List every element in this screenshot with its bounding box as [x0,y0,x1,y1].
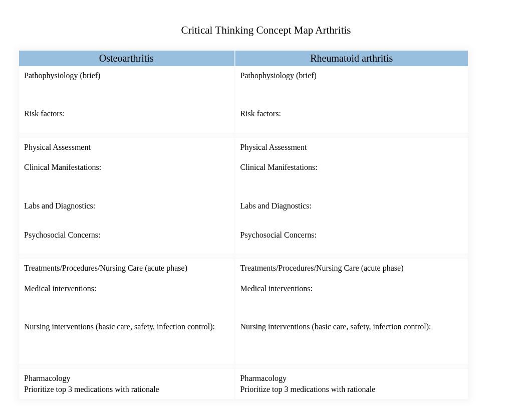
rheum-assessment-cell: Physical Assessment Clinical Manifestati… [234,138,468,254]
pharmacology-heading: Pharmacology [240,373,463,384]
medical-interventions-label: Medical interventions: [240,283,463,294]
treatments-heading: Treatments/Procedures/Nursing Care (acut… [240,263,463,274]
nursing-interventions-label: Nursing interventions (basic care, safet… [24,321,229,332]
table-row: Physical Assessment Clinical Manifestati… [19,138,468,254]
table-row: Pharmacology Prioritize top 3 medication… [19,369,468,399]
column-header-rheumatoid: Rheumatoid arthritis [234,51,468,66]
pathophysiology-heading: Pathophysiology (brief) [240,70,463,81]
table-row: Pathophysiology (brief) Risk factors: Pa… [19,66,468,133]
physical-assessment-heading: Physical Assessment [240,142,463,153]
osteo-treatments-cell: Treatments/Procedures/Nursing Care (acut… [19,259,234,363]
medical-interventions-label: Medical interventions: [24,283,229,294]
prioritize-meds-label: Prioritize top 3 medications with ration… [240,384,463,395]
comparison-table: Osteoarthritis Rheumatoid arthritis Path… [19,51,468,399]
table-header-row: Osteoarthritis Rheumatoid arthritis [19,51,468,66]
psychosocial-concerns-label: Psychosocial Concerns: [240,230,463,241]
treatments-heading: Treatments/Procedures/Nursing Care (acut… [24,263,229,274]
rheum-pathophysiology-cell: Pathophysiology (brief) Risk factors: [234,66,468,133]
labs-diagnostics-label: Labs and Diagnostics: [24,200,229,212]
section-divider [19,254,468,259]
physical-assessment-heading: Physical Assessment [24,142,229,153]
concept-map-table-wrap: Osteoarthritis Rheumatoid arthritis Path… [19,51,468,399]
nursing-interventions-label: Nursing interventions (basic care, safet… [240,321,463,332]
osteo-pathophysiology-cell: Pathophysiology (brief) Risk factors: [19,66,234,133]
prioritize-meds-label: Prioritize top 3 medications with ration… [24,384,229,395]
rheum-treatments-cell: Treatments/Procedures/Nursing Care (acut… [234,259,468,363]
clinical-manifestations-label: Clinical Manifestations: [240,162,463,173]
psychosocial-concerns-label: Psychosocial Concerns: [24,230,229,241]
section-divider [19,364,468,369]
page-title: Critical Thinking Concept Map Arthritis [0,0,532,51]
table-row: Treatments/Procedures/Nursing Care (acut… [19,259,468,363]
rheum-pharmacology-cell: Pharmacology Prioritize top 3 medication… [234,369,468,399]
labs-diagnostics-label: Labs and Diagnostics: [240,200,463,212]
osteo-assessment-cell: Physical Assessment Clinical Manifestati… [19,138,234,254]
section-divider [19,133,468,138]
risk-factors-label: Risk factors: [240,108,463,119]
risk-factors-label: Risk factors: [24,108,229,119]
osteo-pharmacology-cell: Pharmacology Prioritize top 3 medication… [19,369,234,399]
clinical-manifestations-label: Clinical Manifestations: [24,162,229,173]
pharmacology-heading: Pharmacology [24,373,229,384]
pathophysiology-heading: Pathophysiology (brief) [24,70,229,81]
column-header-osteoarthritis: Osteoarthritis [19,51,234,66]
